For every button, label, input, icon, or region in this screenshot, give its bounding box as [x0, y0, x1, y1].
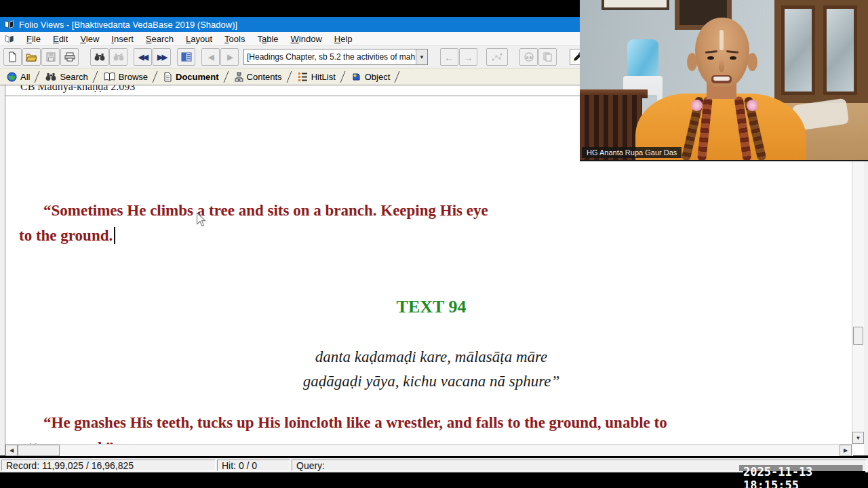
copy-record-icon [542, 52, 553, 62]
headings-dropdown-button[interactable]: ▼ [416, 49, 427, 64]
print-icon [64, 52, 75, 62]
next-hit-icon: → [463, 52, 473, 63]
cabinet-glass-pane [823, 5, 857, 95]
text-heading: TEXT 94 [5, 298, 857, 317]
water-dispenser-bottle [627, 39, 658, 79]
headings-dropdown[interactable]: [Headings Chapter, sb 5.2 the activities… [243, 49, 428, 65]
tab-object[interactable]: Object [344, 68, 396, 85]
timestamp: 2025-11-13 18:15:55 [743, 471, 865, 486]
bottom-letterbox [0, 472, 868, 488]
flower-garland-left [691, 100, 703, 111]
person-eye-right [730, 56, 736, 60]
tab-hitlist-label: HitList [311, 72, 336, 82]
save-button[interactable] [41, 48, 60, 66]
hit-status: Hit: 0 / 0 [217, 460, 290, 471]
menu-table[interactable]: Table [251, 33, 284, 45]
video-frame: Folio Views - [Bhaktivedanta VedaBase 20… [0, 0, 868, 488]
scroll-left-button[interactable]: ◀ [5, 445, 18, 456]
webcam-overlay: HG Ananta Rupa Gaur Das [580, 0, 868, 161]
window-title: Folio Views - [Bhaktivedanta VedaBase 20… [19, 20, 237, 30]
tab-all[interactable]: All [0, 68, 35, 85]
mouse-cursor [195, 212, 206, 227]
open-button[interactable] [22, 48, 41, 66]
document-icon [163, 72, 172, 82]
menu-edit[interactable]: Edit [47, 33, 74, 45]
contents-tree-icon [235, 72, 243, 82]
next-record-button[interactable]: ▶▶ [153, 48, 171, 66]
menu-layout[interactable]: Layout [180, 33, 218, 45]
record-status: Record: 11,99,025 / 16,96,825 [1, 460, 216, 471]
menu-view[interactable]: View [74, 33, 105, 45]
person-nose [719, 58, 724, 72]
menu-help[interactable]: Help [328, 33, 359, 45]
search-binoculars-icon [94, 53, 105, 62]
scroll-down-button[interactable]: ▼ [852, 432, 864, 444]
record-search-icon [524, 52, 534, 62]
tab-browse[interactable]: Browse [97, 68, 153, 85]
previous-hit-button[interactable]: ← [440, 48, 458, 66]
save-icon [46, 52, 56, 62]
menu-file[interactable]: File [20, 33, 47, 45]
person-ear-left [687, 53, 697, 71]
hitlist-icon [298, 72, 308, 81]
search-again-icon [113, 53, 124, 62]
folio-views-app-icon [4, 20, 14, 29]
vertical-scrollbar-thumb[interactable] [853, 327, 863, 345]
globe-icon [7, 72, 17, 82]
chevron-down-icon: ▼ [419, 54, 425, 60]
person-ear-right [747, 53, 757, 71]
next-hit-button[interactable]: → [459, 48, 477, 66]
translation-previous: “Sometimes He climbs a tree and sits on … [19, 198, 488, 248]
wooden-cabinet-upper [774, 0, 868, 103]
next-double-icon: ▶▶ [157, 53, 166, 62]
query-button[interactable] [90, 48, 108, 66]
scroll-right-button[interactable]: ▶ [840, 445, 852, 456]
headings-dropdown-value: [Headings Chapter, sb 5.2 the activities… [244, 52, 416, 62]
object-icon [351, 72, 361, 82]
horizontal-scrollbar-thumb[interactable] [18, 445, 60, 456]
go-to-record-button[interactable] [177, 48, 195, 66]
tab-hitlist[interactable]: HitList [291, 68, 341, 85]
tab-document[interactable]: Document [157, 68, 224, 85]
horizontal-scrollbar[interactable]: ◀ ▶ [5, 444, 853, 456]
webcam-name-label: HG Ananta Rupa Gaur Das [582, 147, 682, 158]
jump-links-button[interactable] [486, 48, 508, 66]
previous-double-icon: ◀◀ [138, 53, 147, 62]
open-book-icon [104, 72, 115, 81]
copy-record-button[interactable] [538, 48, 557, 66]
tab-contents[interactable]: Contents [228, 68, 288, 85]
new-document-button[interactable] [3, 48, 22, 66]
back-icon: ◀ [208, 53, 212, 62]
menu-insert[interactable]: Insert [105, 33, 140, 45]
tilaka-mark [719, 30, 724, 50]
previous-hit-icon: ← [444, 52, 454, 63]
search-again-button[interactable] [109, 48, 127, 66]
document-menu-icon [5, 35, 14, 43]
tab-browse-label: Browse [119, 72, 148, 82]
tab-all-label: All [20, 72, 30, 82]
record-search-button[interactable] [519, 48, 538, 66]
print-button[interactable] [60, 48, 79, 66]
person-eye-left [707, 56, 714, 60]
window-frame-left [0, 85, 5, 455]
tab-search[interactable]: Search [39, 68, 93, 85]
tab-object-label: Object [365, 72, 391, 82]
forward-icon: ▶ [227, 53, 231, 62]
go-to-record-icon [181, 52, 192, 62]
forward-button[interactable]: ▶ [220, 48, 239, 66]
arrow-right-icon: ▶ [844, 447, 848, 453]
previous-record-button[interactable]: ◀◀ [134, 48, 152, 66]
tab-document-label: Document [176, 72, 219, 82]
jump-links-icon [491, 52, 503, 62]
binoculars-icon [45, 73, 56, 81]
picture-frame-small [601, 0, 669, 10]
cabinet-glass-pane [781, 5, 815, 95]
menu-window[interactable]: Window [285, 33, 328, 45]
menu-tools[interactable]: Tools [218, 33, 251, 45]
menu-search[interactable]: Search [140, 33, 180, 45]
person-teeth [713, 77, 730, 81]
verse: danta kaḍamaḍi kare, mālasāṭa māre gaḍāg… [5, 345, 857, 394]
backtrack-button[interactable]: ◀ [201, 48, 220, 66]
open-folder-icon [26, 52, 37, 62]
flower-garland-right [747, 100, 758, 111]
